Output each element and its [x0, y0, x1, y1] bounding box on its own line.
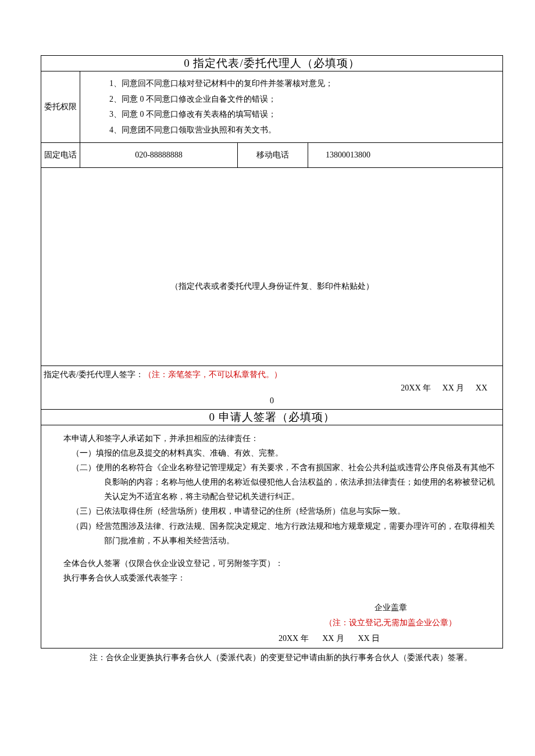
exec-partner-sign-label: 执行事务合伙人或委派代表签字： [63, 571, 497, 585]
zero-mark: 0 [44, 395, 500, 407]
form-table: 0 指定代表/委托代理人（必填项） 委托权限 1、同意回不同意口核对登记材料中的… [41, 55, 503, 648]
auth-item: 2、同意 0 不同意口修改企业自备文件的错误； [109, 92, 502, 108]
auth-item: 3、同意 0 不同意口修改有关表格的填写错误； [109, 107, 502, 123]
date-day: XX [476, 384, 487, 392]
mobile-phone-label: 移动电话 [238, 143, 308, 168]
auth-item: 1、同意回不同意口核对登记材料中的复印件并签署核对意见； [109, 76, 502, 92]
applicant-item-4: （四）经营范围涉及法律、行政法规、国务院决定规定、地方行政法规和地方规章规定，需… [72, 519, 497, 548]
applicant-cell: 本申请人和签字人承诺如下，并承担相应的法律责任： （一）填报的信息及提交的材料真… [41, 425, 503, 648]
stamp-note: （注：设立登记,无需加盖企业公章） [284, 615, 497, 630]
section2-title: 0 申请人签署（必填项） [41, 409, 503, 425]
page: 0 指定代表/委托代理人（必填项） 委托权限 1、同意回不同意口核对登记材料中的… [0, 0, 535, 688]
fixed-phone-label: 固定电话 [41, 143, 80, 168]
footnote: 注：合伙企业更换执行事务合伙人（委派代表）的变更登记申请由新的执行事务合伙人（委… [41, 648, 503, 665]
s2-date-day: XX 日 [358, 634, 380, 643]
s2-date-year: 20XX 年 [279, 634, 309, 643]
mobile-phone-value: 13800013800 [308, 143, 503, 168]
auth-list-cell: 1、同意回不同意口核对登记材料中的复印件并签署核对意见； 2、同意 0 不同意口… [80, 71, 503, 143]
id-placeholder-text: （指定代表或者委托代理人身份证件复、影印件粘贴处） [41, 281, 502, 292]
applicant-intro: 本申请人和签字人承诺如下，并承担相应的法律责任： [63, 431, 497, 446]
section1-title: 0 指定代表/委托代理人（必填项） [41, 56, 503, 71]
date-month: XX 月 [443, 384, 465, 392]
partners-sign-label: 全体合伙人签署（仅限合伙企业设立登记，可另附签字页）： [63, 556, 497, 571]
auth-item: 4、同意团不同意口领取营业执照和有关文书。 [109, 123, 502, 138]
id-paste-area: （指定代表或者委托代理人身份证件复、影印件粘贴处） [41, 168, 503, 366]
fixed-phone-value: 020-88888888 [80, 143, 238, 168]
applicant-item-3: （三）已依法取得住所（经营场所）使用权，申请登记的住所（经营场所）信息与实际一致… [72, 504, 497, 518]
agent-sign-note: （注：亲笔签字，不可以私章替代。） [144, 368, 282, 381]
stamp-label: 企业盖章 [284, 600, 497, 615]
applicant-item-1: （一）填报的信息及提交的材料真实、准确、有效、完整。 [72, 446, 497, 460]
agent-sign-label: 指定代表/委托代理人签字： [44, 368, 144, 381]
auth-label: 委托权限 [41, 71, 80, 143]
agent-sign-cell: 指定代表/委托代理人签字： （注：亲笔签字，不可以私章替代。） 20XX 年 X… [41, 366, 503, 409]
s2-date-month: XX 月 [322, 634, 344, 643]
applicant-item-2: （二）使用的名称符合《企业名称登记管理规定》有关要求，不含有损国家、社会公共利益… [72, 460, 497, 504]
date-year: 20XX 年 [401, 384, 431, 392]
